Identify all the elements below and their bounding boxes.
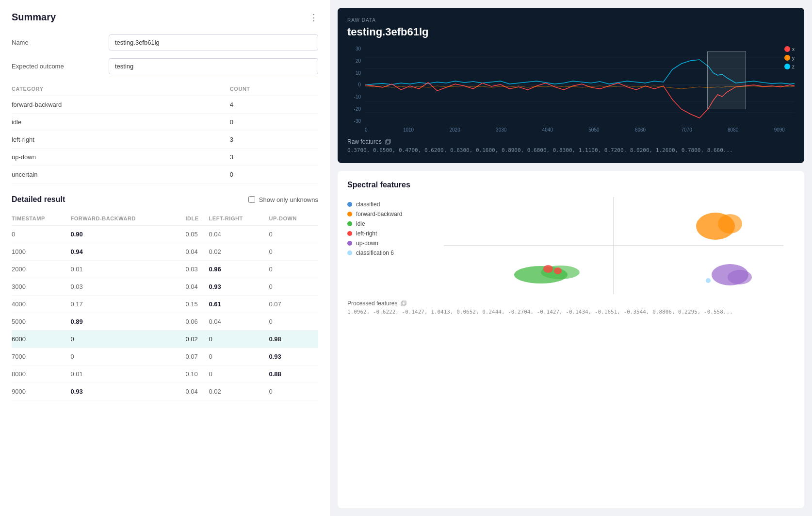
lr-cell: 0 (209, 331, 269, 348)
show-unknowns-checkbox[interactable] (248, 196, 255, 203)
category-table: CATEGORY COUNT forward-backward 4 idle 0… (12, 82, 318, 183)
ts-cell: 3000 (12, 278, 70, 296)
lr-cell: 0.96 (209, 261, 269, 278)
table-row: 00.900.050.040 (12, 226, 318, 243)
ts-col-header: TIMESTAMP (12, 212, 70, 226)
spectral-chart-svg (433, 197, 795, 294)
ts-cell: 8000 (12, 366, 70, 383)
lr-cell: 0.02 (209, 383, 269, 400)
category-cell: uncertain (12, 166, 230, 183)
right-panel: RAW DATA testing.3efb61lg 30 20 10 0 -10… (330, 0, 812, 516)
legend-ud-label: up-down (356, 240, 378, 247)
svg-rect-18 (401, 302, 405, 306)
summary-header: Summary ⋮ (12, 12, 318, 23)
copy-icon[interactable] (385, 138, 391, 145)
processed-features-label: Processed features (347, 300, 795, 307)
data-table: TIMESTAMP FORWARD-BACKWARD IDLE LEFT-RIG… (12, 212, 318, 400)
legend-classification6: classification 6 (347, 250, 425, 256)
raw-features-section: Raw features 0.3700, 0.6500, 0.4700, 0.6… (347, 138, 795, 153)
table-row: up-down 3 (12, 149, 318, 166)
expected-outcome-label: Expected outcome (12, 63, 109, 70)
lr-cell: 0.04 (209, 226, 269, 243)
show-unknowns-label[interactable]: Show only unknowns (259, 196, 318, 203)
detailed-result-title: Detailed result (12, 195, 65, 204)
legend-y-dot (784, 55, 790, 61)
raw-features-values: 0.3700, 0.6500, 0.4700, 0.6200, 0.6300, … (347, 147, 795, 153)
fb-cell: 0 (70, 348, 185, 366)
ud-cell: 0 (269, 313, 318, 331)
raw-chart-svg (365, 46, 795, 124)
ts-cell: 1000 (12, 243, 70, 261)
fb-cell: 0.01 (70, 261, 185, 278)
idle-cell: 0.04 (185, 278, 209, 296)
more-options-icon[interactable]: ⋮ (309, 12, 318, 23)
fb-col-header: FORWARD-BACKWARD (70, 212, 185, 226)
lr-col-header: LEFT-RIGHT (209, 212, 269, 226)
fb-cell: 0.03 (70, 278, 185, 296)
ts-cell: 9000 (12, 383, 70, 400)
show-unknowns-group[interactable]: Show only unknowns (248, 196, 318, 203)
fb-cell: 0.01 (70, 366, 185, 383)
legend-forward-backward: forward-backward (347, 211, 425, 217)
count-cell: 4 (230, 96, 318, 114)
left-panel: Summary ⋮ Name Expected outcome CATEGORY… (0, 0, 330, 516)
fb-cell: 0.17 (70, 296, 185, 313)
table-row: 10000.940.040.020 (12, 243, 318, 261)
category-cell: idle (12, 114, 230, 131)
fb-cell: 0 (70, 331, 185, 348)
table-row: 20000.010.030.960 (12, 261, 318, 278)
legend-classified: classified (347, 201, 425, 208)
spectral-plot (433, 197, 795, 294)
svg-point-12 (554, 267, 562, 274)
legend-y-label: y (792, 55, 795, 61)
legend-z-label: z (792, 64, 795, 69)
lr-cell: 0.61 (209, 296, 269, 313)
legend-idle-dot (347, 221, 352, 226)
table-row: idle 0 (12, 114, 318, 131)
name-label: Name (12, 39, 109, 46)
legend-z: z (784, 64, 795, 69)
category-cell: left-right (12, 131, 230, 149)
category-col-header: CATEGORY (12, 82, 230, 96)
idle-cell: 0.10 (185, 366, 209, 383)
count-cell: 3 (230, 131, 318, 149)
legend-x-dot (784, 46, 790, 52)
table-row: forward-backward 4 (12, 96, 318, 114)
ud-cell: 0 (269, 243, 318, 261)
legend-x: x (784, 46, 795, 52)
idle-cell: 0.04 (185, 383, 209, 400)
ud-cell: 0 (269, 226, 318, 243)
lr-cell: 0.02 (209, 243, 269, 261)
spectral-title: Spectral features (347, 181, 795, 189)
table-row: uncertain 0 (12, 166, 318, 183)
legend-y: y (784, 55, 795, 61)
svg-point-16 (728, 270, 752, 284)
name-input[interactable] (109, 34, 318, 50)
x-axis: 0 1010 2020 3030 4040 5050 6060 7070 808… (365, 127, 795, 133)
raw-data-title: testing.3efb61lg (347, 26, 795, 38)
legend-left-right: left-right (347, 230, 425, 237)
legend-ud-dot (347, 241, 352, 246)
processed-copy-icon[interactable] (400, 300, 407, 307)
table-row: 40000.170.150.610.07 (12, 296, 318, 313)
legend-c6-dot (347, 250, 352, 255)
ud-cell: 0 (269, 278, 318, 296)
table-row: 600000.0200.98 (12, 331, 318, 348)
expected-outcome-input[interactable] (109, 58, 318, 74)
ud-cell: 0.93 (269, 348, 318, 366)
name-form-group: Name (12, 34, 318, 50)
table-row: 700000.0700.93 (12, 348, 318, 366)
idle-cell: 0.03 (185, 261, 209, 278)
count-cell: 0 (230, 114, 318, 131)
svg-rect-6 (387, 139, 390, 143)
legend-up-down: up-down (347, 240, 425, 247)
category-cell: forward-backward (12, 96, 230, 114)
processed-features-values: 1.0962, -0.6222, -0.1427, 1.0413, 0.0652… (347, 309, 795, 315)
processed-features-section: Processed features 1.0962, -0.6222, -0.1… (347, 300, 795, 315)
fb-cell: 0.90 (70, 226, 185, 243)
detailed-result-header: Detailed result Show only unknowns (12, 195, 318, 204)
count-cell: 3 (230, 149, 318, 166)
ud-cell: 0 (269, 383, 318, 400)
spectral-legend: classified forward-backward idle left-ri… (347, 197, 425, 294)
svg-point-14 (718, 214, 742, 233)
